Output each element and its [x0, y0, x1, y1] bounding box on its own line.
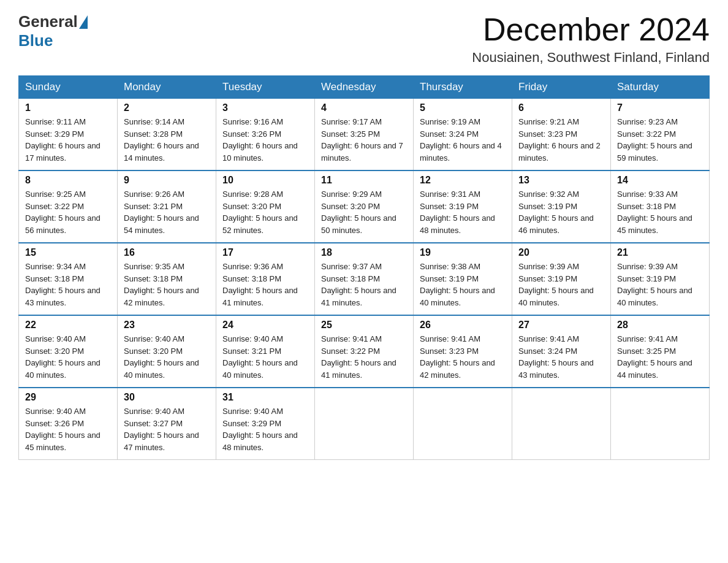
- calendar-day: 14 Sunrise: 9:33 AM Sunset: 3:18 PM Dayl…: [611, 170, 710, 243]
- calendar-day: 12 Sunrise: 9:31 AM Sunset: 3:19 PM Dayl…: [414, 170, 512, 243]
- calendar-table: Sunday Monday Tuesday Wednesday Thursday…: [18, 75, 710, 460]
- calendar-day: 22 Sunrise: 9:40 AM Sunset: 3:20 PM Dayl…: [19, 315, 118, 388]
- day-info: Sunrise: 9:32 AM Sunset: 3:19 PM Dayligh…: [518, 188, 604, 236]
- page-header: General Blue December 2024 Nousiainen, S…: [18, 12, 710, 66]
- day-info: Sunrise: 9:37 AM Sunset: 3:18 PM Dayligh…: [321, 261, 407, 308]
- day-number: 6: [518, 102, 604, 113]
- calendar-day: 1 Sunrise: 9:11 AM Sunset: 3:29 PM Dayli…: [19, 99, 118, 171]
- calendar-day: 16 Sunrise: 9:35 AM Sunset: 3:18 PM Dayl…: [118, 243, 216, 315]
- calendar-day: 8 Sunrise: 9:25 AM Sunset: 3:22 PM Dayli…: [19, 170, 118, 243]
- day-number: 13: [518, 175, 604, 186]
- calendar-day: 17 Sunrise: 9:36 AM Sunset: 3:18 PM Dayl…: [216, 243, 315, 315]
- day-number: 26: [420, 320, 506, 331]
- day-number: 15: [25, 247, 111, 258]
- calendar-day: 30 Sunrise: 9:40 AM Sunset: 3:27 PM Dayl…: [118, 388, 216, 460]
- calendar-day: 25 Sunrise: 9:41 AM Sunset: 3:22 PM Dayl…: [315, 315, 414, 388]
- header-monday: Monday: [118, 76, 216, 99]
- calendar-day: 19 Sunrise: 9:38 AM Sunset: 3:19 PM Dayl…: [414, 243, 512, 315]
- day-number: 5: [420, 102, 506, 113]
- day-info: Sunrise: 9:41 AM Sunset: 3:22 PM Dayligh…: [321, 333, 407, 381]
- calendar-day: [315, 388, 414, 460]
- day-number: 8: [25, 175, 111, 186]
- day-info: Sunrise: 9:40 AM Sunset: 3:20 PM Dayligh…: [124, 333, 210, 381]
- calendar-day: [414, 388, 512, 460]
- calendar-week-1: 1 Sunrise: 9:11 AM Sunset: 3:29 PM Dayli…: [19, 99, 710, 171]
- day-number: 20: [518, 247, 604, 258]
- day-info: Sunrise: 9:39 AM Sunset: 3:19 PM Dayligh…: [617, 261, 703, 308]
- logo-general-text: General: [18, 12, 78, 31]
- calendar-day: [611, 388, 710, 460]
- day-number: 18: [321, 247, 407, 258]
- calendar-day: 2 Sunrise: 9:14 AM Sunset: 3:28 PM Dayli…: [118, 99, 216, 171]
- day-number: 22: [25, 320, 111, 331]
- day-info: Sunrise: 9:29 AM Sunset: 3:20 PM Dayligh…: [321, 188, 407, 236]
- calendar-day: 29 Sunrise: 9:40 AM Sunset: 3:26 PM Dayl…: [19, 388, 118, 460]
- day-info: Sunrise: 9:11 AM Sunset: 3:29 PM Dayligh…: [25, 116, 111, 164]
- calendar-day: 26 Sunrise: 9:41 AM Sunset: 3:23 PM Dayl…: [414, 315, 512, 388]
- calendar-day: 7 Sunrise: 9:23 AM Sunset: 3:22 PM Dayli…: [611, 99, 710, 171]
- day-info: Sunrise: 9:35 AM Sunset: 3:18 PM Dayligh…: [124, 261, 210, 308]
- day-number: 3: [222, 102, 308, 113]
- title-block: December 2024 Nousiainen, Southwest Finl…: [472, 12, 710, 66]
- calendar-day: 15 Sunrise: 9:34 AM Sunset: 3:18 PM Dayl…: [19, 243, 118, 315]
- day-info: Sunrise: 9:41 AM Sunset: 3:23 PM Dayligh…: [420, 333, 506, 381]
- day-number: 1: [25, 102, 111, 113]
- day-number: 31: [222, 392, 308, 403]
- day-info: Sunrise: 9:40 AM Sunset: 3:29 PM Dayligh…: [222, 405, 308, 453]
- day-number: 2: [124, 102, 210, 113]
- header-wednesday: Wednesday: [315, 76, 414, 99]
- day-info: Sunrise: 9:40 AM Sunset: 3:26 PM Dayligh…: [25, 405, 111, 453]
- calendar-day: 31 Sunrise: 9:40 AM Sunset: 3:29 PM Dayl…: [216, 388, 315, 460]
- day-number: 11: [321, 175, 407, 186]
- header-friday: Friday: [512, 76, 611, 99]
- day-number: 21: [617, 247, 703, 258]
- day-number: 19: [420, 247, 506, 258]
- calendar-day: 18 Sunrise: 9:37 AM Sunset: 3:18 PM Dayl…: [315, 243, 414, 315]
- day-number: 12: [420, 175, 506, 186]
- day-info: Sunrise: 9:26 AM Sunset: 3:21 PM Dayligh…: [124, 188, 210, 236]
- day-info: Sunrise: 9:28 AM Sunset: 3:20 PM Dayligh…: [222, 188, 308, 236]
- day-info: Sunrise: 9:33 AM Sunset: 3:18 PM Dayligh…: [617, 188, 703, 236]
- day-number: 10: [222, 175, 308, 186]
- calendar-day: 5 Sunrise: 9:19 AM Sunset: 3:24 PM Dayli…: [414, 99, 512, 171]
- day-info: Sunrise: 9:21 AM Sunset: 3:23 PM Dayligh…: [518, 116, 604, 164]
- logo-blue-text: Blue: [18, 31, 53, 50]
- logo: General Blue: [18, 12, 89, 50]
- day-info: Sunrise: 9:41 AM Sunset: 3:24 PM Dayligh…: [518, 333, 604, 381]
- day-number: 25: [321, 320, 407, 331]
- day-info: Sunrise: 9:19 AM Sunset: 3:24 PM Dayligh…: [420, 116, 506, 164]
- day-info: Sunrise: 9:14 AM Sunset: 3:28 PM Dayligh…: [124, 116, 210, 164]
- calendar-day: 24 Sunrise: 9:40 AM Sunset: 3:21 PM Dayl…: [216, 315, 315, 388]
- day-info: Sunrise: 9:40 AM Sunset: 3:27 PM Dayligh…: [124, 405, 210, 453]
- day-info: Sunrise: 9:16 AM Sunset: 3:26 PM Dayligh…: [222, 116, 308, 164]
- calendar-header: Sunday Monday Tuesday Wednesday Thursday…: [19, 76, 710, 99]
- day-info: Sunrise: 9:23 AM Sunset: 3:22 PM Dayligh…: [617, 116, 703, 164]
- calendar-day: 4 Sunrise: 9:17 AM Sunset: 3:25 PM Dayli…: [315, 99, 414, 171]
- calendar-day: 27 Sunrise: 9:41 AM Sunset: 3:24 PM Dayl…: [512, 315, 611, 388]
- day-number: 24: [222, 320, 308, 331]
- day-number: 17: [222, 247, 308, 258]
- calendar-day: 9 Sunrise: 9:26 AM Sunset: 3:21 PM Dayli…: [118, 170, 216, 243]
- calendar-day: 3 Sunrise: 9:16 AM Sunset: 3:26 PM Dayli…: [216, 99, 315, 171]
- day-info: Sunrise: 9:25 AM Sunset: 3:22 PM Dayligh…: [25, 188, 111, 236]
- calendar-day: 6 Sunrise: 9:21 AM Sunset: 3:23 PM Dayli…: [512, 99, 611, 171]
- day-number: 23: [124, 320, 210, 331]
- day-info: Sunrise: 9:40 AM Sunset: 3:20 PM Dayligh…: [25, 333, 111, 381]
- header-row: Sunday Monday Tuesday Wednesday Thursday…: [19, 76, 710, 99]
- day-number: 27: [518, 320, 604, 331]
- calendar-day: 13 Sunrise: 9:32 AM Sunset: 3:19 PM Dayl…: [512, 170, 611, 243]
- day-info: Sunrise: 9:31 AM Sunset: 3:19 PM Dayligh…: [420, 188, 506, 236]
- day-number: 29: [25, 392, 111, 403]
- day-info: Sunrise: 9:17 AM Sunset: 3:25 PM Dayligh…: [321, 116, 407, 164]
- header-tuesday: Tuesday: [216, 76, 315, 99]
- day-number: 7: [617, 102, 703, 113]
- day-number: 4: [321, 102, 407, 113]
- day-number: 16: [124, 247, 210, 258]
- month-title: December 2024: [472, 12, 710, 47]
- logo-triangle-icon: [79, 15, 88, 29]
- calendar-week-2: 8 Sunrise: 9:25 AM Sunset: 3:22 PM Dayli…: [19, 170, 710, 243]
- day-number: 14: [617, 175, 703, 186]
- location-title: Nousiainen, Southwest Finland, Finland: [472, 50, 710, 66]
- day-info: Sunrise: 9:34 AM Sunset: 3:18 PM Dayligh…: [25, 261, 111, 308]
- calendar-week-4: 22 Sunrise: 9:40 AM Sunset: 3:20 PM Dayl…: [19, 315, 710, 388]
